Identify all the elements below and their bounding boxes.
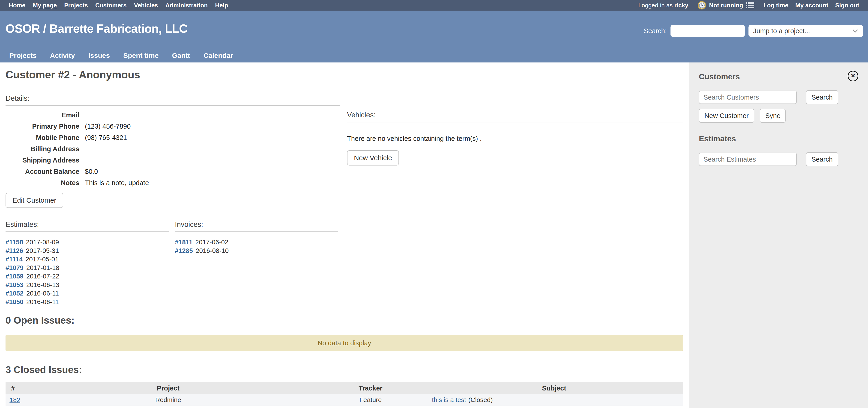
detail-value: This is a note, update	[85, 179, 149, 187]
search-customers-button[interactable]: Search	[806, 90, 838, 104]
top-columns: Details: EmailPrimary Phone(123) 456-789…	[5, 94, 683, 306]
search-estimates-input[interactable]	[699, 152, 797, 166]
top-menu-item-administration[interactable]: Administration	[165, 2, 208, 9]
subject-link[interactable]: this is a test	[432, 396, 466, 403]
vehicles-block: Vehicles: There are no vehicles containi…	[347, 111, 683, 166]
search-customers-input[interactable]	[699, 91, 797, 104]
estimates-invoices-row: Estimates: #11582017-08-09#11262017-05-3…	[5, 220, 340, 306]
sync-button[interactable]: Sync	[760, 109, 786, 123]
top-link-log-time[interactable]: Log time	[764, 2, 788, 9]
top-menu-item-my-page[interactable]: My page	[33, 2, 57, 9]
estimate-link[interactable]: #1052	[5, 290, 24, 297]
detail-label: Primary Phone	[5, 123, 80, 130]
site-title: OSOR / Barrette Fabrication, LLC	[5, 22, 188, 35]
edit-customer-button[interactable]: Edit Customer	[5, 193, 63, 208]
invoices-list: #18112017-06-02#12852016-08-10	[175, 238, 338, 255]
estimates-list: #11582017-08-09#11262017-05-31#11142017-…	[5, 238, 169, 306]
invoices-heading: Invoices:	[175, 220, 338, 232]
detail-label: Shipping Address	[5, 157, 80, 164]
ref-date: 2016-06-11	[26, 290, 59, 297]
timer-list-icon[interactable]	[746, 2, 754, 9]
tab-issues[interactable]: Issues	[88, 52, 110, 60]
issue-project-cell: Redmine	[20, 394, 316, 406]
list-item: #10592016-07-22	[5, 272, 169, 280]
sidebar-customers-heading: Customers	[699, 72, 858, 81]
detail-row-account-balance: Account Balance$0.0	[5, 166, 340, 177]
tab-projects[interactable]: Projects	[9, 52, 36, 60]
column-header--: #	[5, 382, 20, 394]
logged-in-prefix: Logged in as	[638, 2, 673, 9]
main-content: Customer #2 - Anonymous Details: EmailPr…	[0, 63, 689, 408]
estimate-link[interactable]: #1158	[5, 239, 23, 246]
invoices-column: Invoices: #18112017-06-02#12852016-08-10	[175, 220, 338, 306]
ref-date: 2016-08-10	[196, 247, 229, 254]
top-account-area: Logged in as ricky Not running Log timeM…	[638, 1, 859, 10]
details-column: Details: EmailPrimary Phone(123) 456-789…	[5, 94, 340, 306]
top-account-links: Log timeMy accountSign out	[764, 2, 859, 9]
closed-issues-heading: 3 Closed Issues:	[5, 364, 683, 375]
tab-activity[interactable]: Activity	[50, 52, 75, 60]
sidebar-estimates-heading: Estimates	[699, 134, 858, 143]
detail-row-primary-phone: Primary Phone(123) 456-7890	[5, 121, 340, 132]
new-vehicle-button[interactable]: New Vehicle	[347, 150, 399, 166]
top-menu-item-help[interactable]: Help	[215, 2, 228, 9]
quick-search-input[interactable]	[671, 25, 745, 37]
project-name: Redmine	[155, 396, 181, 403]
new-customer-button[interactable]: New Customer	[699, 109, 754, 123]
list-item: #11582017-08-09	[5, 238, 169, 246]
estimate-link[interactable]: #1053	[5, 281, 24, 288]
ref-date: 2017-05-31	[26, 247, 59, 254]
detail-row-billing-address: Billing Address	[5, 143, 340, 155]
close-icon[interactable]: ×	[848, 71, 858, 81]
ref-date: 2016-06-11	[26, 298, 59, 306]
estimate-link[interactable]: #1050	[5, 298, 24, 306]
estimate-link[interactable]: #1126	[5, 247, 23, 254]
list-item: #11142017-05-01	[5, 255, 169, 264]
top-link-sign-out[interactable]: Sign out	[835, 2, 859, 9]
ref-date: 2017-06-02	[195, 239, 228, 246]
detail-row-email: Email	[5, 109, 340, 121]
invoice-link[interactable]: #1811	[175, 239, 192, 246]
top-menu-bar: HomeMy pageProjectsCustomersVehiclesAdmi…	[0, 0, 868, 10]
list-item: #18112017-06-02	[175, 238, 338, 246]
customers-search-row: Search	[699, 90, 858, 104]
tab-spent-time[interactable]: Spent time	[123, 52, 158, 60]
issue-id-cell: 91	[5, 406, 20, 408]
project-tabs: ProjectsActivityIssuesSpent timeGanttCal…	[0, 48, 868, 63]
customers-buttons-row: New Customer Sync	[699, 109, 858, 123]
search-estimates-button[interactable]: Search	[806, 152, 838, 166]
detail-value: (123) 456-7890	[85, 123, 131, 130]
vehicles-heading: Vehicles:	[347, 111, 683, 123]
invoice-link[interactable]: #1285	[175, 247, 193, 254]
estimate-link[interactable]: #1114	[5, 256, 23, 263]
table-row: 91Barrette Fabrication, LLCFabricationRo…	[5, 406, 683, 408]
no-data-text: No data to display	[317, 339, 371, 347]
tab-calendar[interactable]: Calendar	[204, 52, 233, 60]
top-menu-item-home[interactable]: Home	[9, 2, 25, 9]
estimate-link[interactable]: #1079	[5, 264, 24, 272]
list-item: #10532016-06-13	[5, 280, 169, 289]
timer-status-group: Not running	[698, 1, 754, 10]
detail-label: Mobile Phone	[5, 134, 80, 141]
jump-to-project-select[interactable]: Jump to a project...	[748, 25, 863, 37]
issue-tracker-cell: Feature	[316, 394, 425, 406]
estimate-link[interactable]: #1059	[5, 273, 24, 280]
detail-label: Account Balance	[5, 168, 80, 175]
timer-clock-icon[interactable]	[698, 1, 706, 10]
no-data-box: No data to display	[5, 335, 683, 351]
page-header: OSOR / Barrette Fabrication, LLC Search:…	[0, 10, 868, 48]
timer-status-label: Not running	[709, 2, 743, 9]
tab-gantt[interactable]: Gantt	[172, 52, 190, 60]
search-label: Search:	[644, 27, 667, 35]
detail-row-notes: NotesThis is a note, update	[5, 177, 340, 189]
ref-date: 2017-01-18	[26, 264, 59, 272]
estimates-column: Estimates: #11582017-08-09#11262017-05-3…	[5, 220, 169, 306]
issue-id-link[interactable]: 182	[9, 396, 20, 403]
details-heading: Details:	[5, 94, 340, 106]
top-menu-item-projects[interactable]: Projects	[64, 2, 88, 9]
top-menu-item-customers[interactable]: Customers	[95, 2, 127, 9]
top-menu-item-vehicles[interactable]: Vehicles	[134, 2, 158, 9]
logged-in-text: Logged in as ricky	[638, 2, 688, 9]
top-link-my-account[interactable]: My account	[795, 2, 828, 9]
issue-id-cell: 182	[5, 394, 20, 406]
